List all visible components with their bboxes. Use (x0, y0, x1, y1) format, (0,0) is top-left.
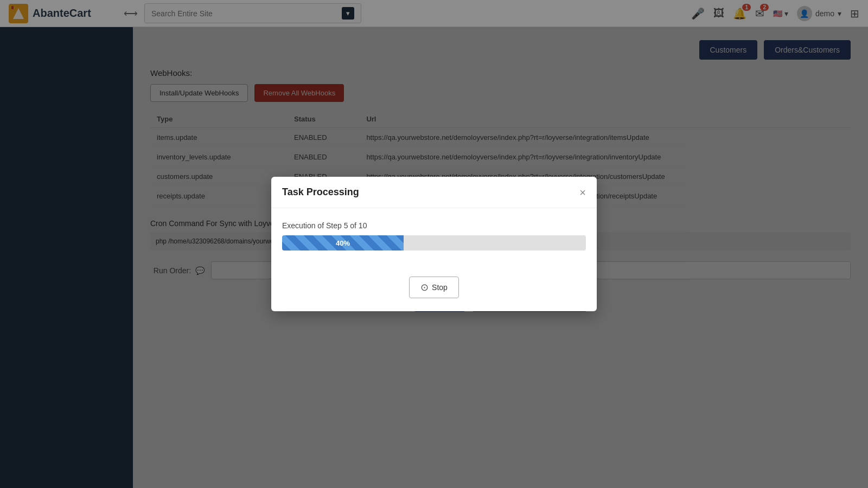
modal-close-button[interactable]: × (579, 187, 586, 198)
progress-label: 40% (336, 239, 350, 247)
modal-body: Execution of Step 5 of 10 40% (271, 208, 597, 277)
task-processing-modal: Task Processing × Execution of Step 5 of… (271, 177, 597, 311)
modal-footer: ⊙ Stop (271, 277, 597, 311)
progress-bar-fill: 40% (282, 235, 404, 251)
stop-icon: ⊙ (420, 281, 429, 293)
modal-title: Task Processing (282, 187, 359, 198)
stop-label: Stop (432, 283, 448, 292)
stop-button[interactable]: ⊙ Stop (409, 277, 459, 298)
step-label: Execution of Step 5 of 10 (282, 221, 586, 230)
modal-overlay: Task Processing × Execution of Step 5 of… (0, 0, 868, 488)
progress-bar-track: 40% (282, 235, 586, 251)
modal-header: Task Processing × (271, 177, 597, 208)
